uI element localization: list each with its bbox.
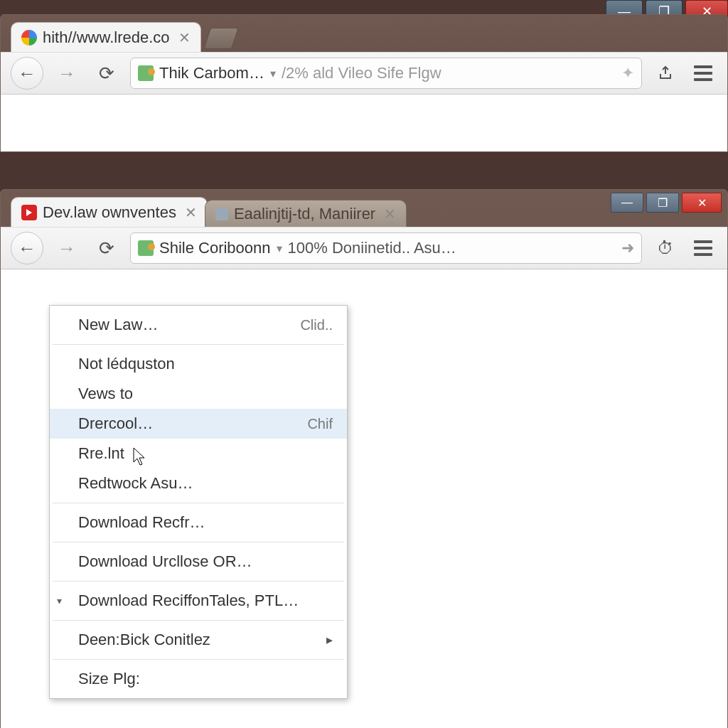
tab-active[interactable]: hith//www.lrede.co ✕ — [11, 22, 201, 52]
omnibox-dropdown-icon[interactable]: ▾ — [270, 67, 276, 80]
caret-icon: ▾ — [57, 595, 62, 606]
window-controls: — ❐ ✕ — [611, 193, 722, 213]
page-content — [1, 95, 727, 151]
omnibox-main: Shile Coriboonn — [159, 239, 271, 257]
tab-title: hith//www.lrede.co — [43, 28, 170, 47]
menu-separator — [53, 659, 344, 660]
menu-item-label: Deen:Bick Conitlez — [78, 631, 210, 649]
menu-item[interactable]: Download Recfr… — [50, 508, 347, 537]
menu-item-label: Download Urcllose OR… — [78, 552, 252, 571]
menu-item-label: Not lédquston — [78, 355, 175, 373]
tab-title: Dev.law ownventes — [43, 203, 176, 222]
reload-button[interactable]: ⟳ — [90, 57, 123, 90]
favicon-icon — [21, 30, 37, 46]
omnibox-suffix: /2% ald Vileo Sife Flgw — [282, 64, 441, 82]
browser-window-1: hith//www.lrede.co ✕ ← → ⟳ Thik Carbom… … — [0, 14, 728, 152]
back-button[interactable]: ← — [11, 57, 43, 90]
omnibox-suffix: 100% Doniinetid.. Asu… — [288, 239, 456, 257]
menu-separator — [53, 620, 344, 621]
share-icon — [657, 65, 674, 82]
new-tab-button[interactable] — [203, 28, 239, 49]
menu-item[interactable]: New Law…Clid.. — [50, 310, 347, 340]
menu-item[interactable]: Vews to — [50, 379, 347, 409]
menu-button[interactable] — [689, 234, 717, 262]
menu-separator — [53, 542, 344, 542]
menu-button[interactable] — [689, 59, 717, 87]
omnibox-go-icon[interactable]: ✦ — [621, 64, 634, 82]
menu-item-label: Drercool… — [78, 414, 153, 433]
tab-close-icon[interactable]: ✕ — [384, 205, 396, 223]
tab-close-icon[interactable]: ✕ — [178, 29, 191, 46]
tab-active[interactable]: Dev.law ownventes ✕ — [11, 197, 208, 227]
menu-item-label: New Law… — [78, 316, 158, 334]
menu-item-label: Rre.lnt — [78, 444, 124, 463]
menu-item[interactable]: Rre.lnt — [50, 439, 347, 469]
menu-item-shortcut: Clid.. — [300, 317, 333, 333]
context-menu: New Law…Clid..Not lédqustonVews toDrerco… — [49, 305, 348, 699]
tab-title: Eaalinjtij-td, Maniirer — [234, 205, 375, 223]
menu-item[interactable]: Redtwock Asu… — [50, 469, 347, 498]
menu-item[interactable]: Not lédquston — [50, 349, 347, 379]
menu-separator — [53, 581, 344, 582]
restore-button[interactable]: ❐ — [646, 193, 679, 213]
menu-item[interactable]: ▾Download ReciffonTales, PTL… — [50, 586, 347, 616]
omnibox[interactable]: Shile Coriboonn ▾ 100% Doniinetid.. Asu…… — [130, 232, 642, 264]
favicon-icon — [215, 208, 228, 220]
menu-item[interactable]: Size Plg: — [50, 664, 347, 694]
tabstrip: hith//www.lrede.co ✕ — [1, 15, 727, 52]
site-icon — [138, 240, 154, 256]
minimize-button[interactable]: — — [611, 193, 643, 213]
tab-inactive[interactable]: Eaalinjtij-td, Maniirer ✕ — [205, 200, 407, 227]
close-button[interactable]: ✕ — [682, 193, 722, 213]
menu-item-label: Download Recfr… — [78, 513, 205, 532]
menu-item-shortcut: Chif — [307, 416, 333, 432]
menu-separator — [53, 344, 344, 345]
share-button[interactable] — [649, 57, 682, 90]
reload-button[interactable]: ⟳ — [90, 232, 123, 264]
menu-item-label: Size Plg: — [78, 670, 140, 688]
timer-button[interactable]: ⏱ — [649, 232, 682, 264]
menu-item-label: Redtwock Asu… — [78, 474, 193, 493]
page-content: New Law…Clid..Not lédqustonVews toDrerco… — [1, 269, 727, 728]
menu-separator — [53, 503, 344, 503]
omnibox-main: Thik Carbom… — [159, 64, 264, 82]
browser-window-2: — ❐ ✕ Dev.law ownventes ✕ Eaalinjtij-td,… — [0, 189, 728, 728]
submenu-arrow-icon: ▸ — [326, 632, 333, 648]
omnibox-dropdown-icon[interactable]: ▾ — [277, 242, 282, 255]
menu-item[interactable]: Download Urcllose OR… — [50, 547, 347, 577]
menu-item-label: Vews to — [78, 385, 133, 403]
menu-item[interactable]: Deen:Bick Conitlez▸ — [50, 625, 347, 655]
back-button[interactable]: ← — [11, 232, 43, 264]
site-icon — [138, 65, 154, 81]
tab-close-icon[interactable]: ✕ — [185, 204, 197, 221]
favicon-icon — [21, 205, 37, 220]
omnibox[interactable]: Thik Carbom… ▾ /2% ald Vileo Sife Flgw ✦ — [130, 58, 642, 89]
forward-button[interactable]: → — [50, 57, 83, 90]
toolbar: ← → ⟳ Shile Coriboonn ▾ 100% Doniinetid.… — [1, 227, 727, 269]
menu-item-label: Download ReciffonTales, PTL… — [78, 592, 299, 610]
forward-button[interactable]: → — [50, 232, 83, 264]
toolbar: ← → ⟳ Thik Carbom… ▾ /2% ald Vileo Sife … — [1, 52, 727, 95]
omnibox-go-icon[interactable]: ➜ — [621, 239, 634, 257]
menu-item[interactable]: Drercool…Chif — [50, 409, 347, 439]
